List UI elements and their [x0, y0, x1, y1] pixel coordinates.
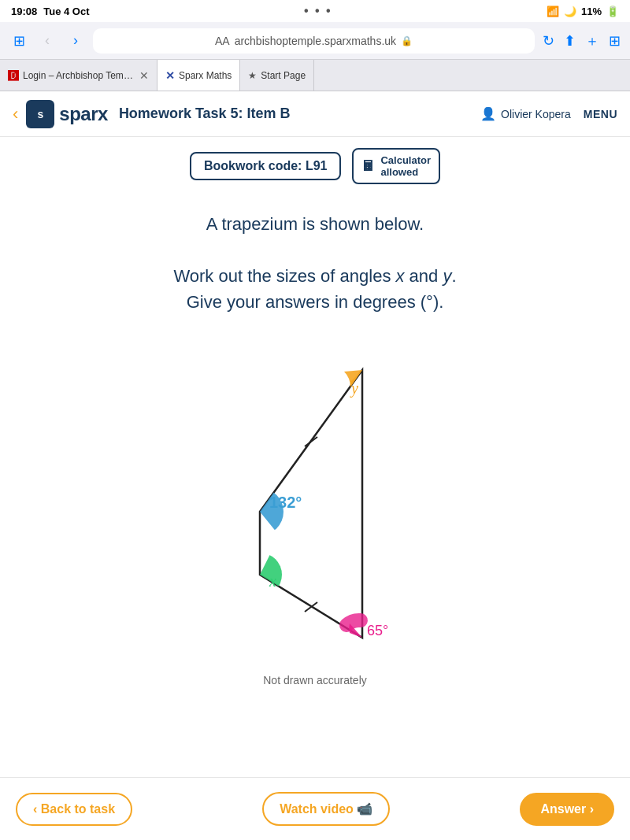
tab-sparx[interactable]: ✕ Sparx Maths	[158, 60, 240, 91]
user-name: Olivier Kopera	[501, 108, 571, 120]
address-bar[interactable]: AA archbishoptemple.sparxmaths.uk 🔒	[93, 28, 535, 54]
sparx-logo-icon: s	[26, 100, 54, 128]
tab-start[interactable]: ★ Start Page	[240, 60, 314, 91]
battery-icon: 🔋	[606, 6, 619, 17]
app-back-btn[interactable]: ‹	[13, 104, 18, 124]
tabs-bar: 🅳 Login – Archbishop Temple School ✕ ✕ S…	[0, 60, 630, 91]
tab-close-1[interactable]: ✕	[139, 69, 149, 82]
address-url: archbishoptemple.sparxmaths.uk	[235, 35, 396, 47]
tab-favicon-2: ✕	[165, 69, 175, 82]
refresh-btn[interactable]: ↻	[541, 31, 556, 51]
share-btn[interactable]: ⬆	[562, 31, 577, 51]
browser-toolbar: ⊞ ‹ › AA archbishoptemple.sparxmaths.uk …	[0, 22, 630, 60]
calculator-icon: 🖩	[361, 158, 376, 175]
question-text: A trapezium is shown below. Work out the…	[24, 211, 606, 315]
not-drawn-label: Not drawn accurately	[24, 674, 606, 686]
trapezium-diagram: y 132° x	[181, 331, 449, 669]
moon-icon: 🌙	[564, 6, 576, 17]
sparx-logo-text: sparx	[59, 103, 108, 125]
back-to-task-button[interactable]: ‹ Back to task	[16, 793, 132, 826]
wifi-icon: 📶	[547, 6, 559, 17]
angle-y-label: y	[350, 379, 358, 398]
tabs-btn[interactable]: ⊞	[607, 31, 622, 51]
action-bar: ‹ Back to task Watch video 📹 Answer ›	[0, 777, 630, 840]
calculator-badge: 🖩 Calculatorallowed	[352, 148, 440, 184]
tab-label-2: Sparx Maths	[179, 70, 232, 81]
tab-favicon-1: 🅳	[8, 69, 19, 82]
battery-level: 11%	[581, 6, 602, 17]
status-bar: 19:08 Tue 4 Oct • • • 📶 🌙 11% 🔋	[0, 0, 630, 22]
browser-squares-btn[interactable]: ⊞	[8, 30, 30, 52]
add-tab-btn[interactable]: ＋	[584, 30, 601, 52]
watch-video-label: Watch video 📹	[280, 801, 372, 816]
app-header: ‹ s sparx Homework Task 5: Item B 👤 Oliv…	[0, 91, 630, 137]
user-icon: 👤	[480, 106, 496, 121]
browser-forward-btn[interactable]: ›	[65, 30, 87, 52]
tab-login[interactable]: 🅳 Login – Archbishop Temple School ✕	[0, 60, 158, 91]
calculator-label: Calculatorallowed	[380, 154, 431, 178]
answer-button[interactable]: Answer ›	[520, 793, 614, 826]
status-dots: • • •	[304, 4, 332, 18]
question-line3: Give your answers in degrees (°).	[24, 289, 606, 315]
bookwork-code: Bookwork code: L91	[190, 152, 341, 180]
user-section: 👤 Olivier Kopera	[480, 106, 571, 121]
page-title: Homework Task 5: Item B	[119, 105, 480, 122]
tab-star-3: ★	[248, 70, 257, 81]
date: Tue 4 Oct	[43, 6, 89, 17]
angle-x-label: x	[269, 572, 276, 590]
question-line1: A trapezium is shown below.	[24, 211, 606, 237]
tab-label-3: Start Page	[261, 70, 306, 81]
back-chevron-icon: ‹	[13, 104, 18, 124]
angle-132-label: 132°	[269, 494, 302, 511]
bookwork-bar: Bookwork code: L91 🖩 Calculatorallowed	[0, 137, 630, 195]
menu-button[interactable]: MENU	[584, 108, 617, 120]
main-content: A trapezium is shown below. Work out the…	[0, 195, 630, 710]
back-to-task-label: ‹ Back to task	[33, 802, 115, 816]
diagram-container: y 132° x	[24, 331, 606, 669]
watch-video-button[interactable]: Watch video 📹	[262, 792, 390, 826]
sparx-logo: s sparx	[26, 100, 108, 128]
time: 19:08	[11, 6, 37, 17]
angle-65-label: 65°	[367, 623, 388, 638]
answer-label: Answer ›	[540, 802, 594, 816]
svg-line-1	[305, 437, 317, 446]
lock-icon: 🔒	[401, 35, 413, 46]
browser-back-btn[interactable]: ‹	[36, 30, 58, 52]
question-line2: Work out the sizes of angles x and y.	[24, 263, 606, 289]
tab-label-1: Login – Archbishop Temple School	[23, 70, 134, 81]
address-text-aa: AA	[215, 35, 230, 47]
